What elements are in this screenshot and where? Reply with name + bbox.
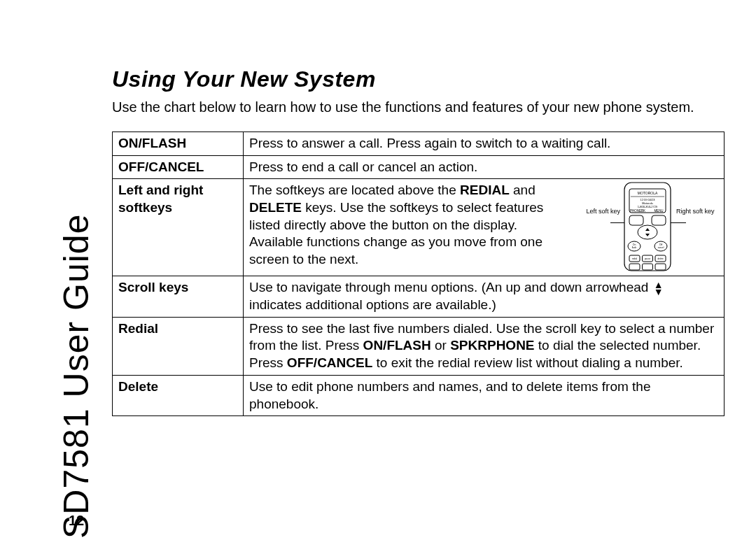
text-bold: OFF/CANCEL xyxy=(287,355,372,370)
section-heading: Using Your New System xyxy=(112,66,724,92)
text: and xyxy=(510,183,536,197)
text: Use to navigate through menu options. (A… xyxy=(249,280,652,294)
row-desc: Use to navigate through menu options. (A… xyxy=(244,276,724,317)
svg-rect-26 xyxy=(629,264,640,270)
svg-text:pause: pause xyxy=(645,257,651,260)
svg-text:flash: flash xyxy=(632,246,637,249)
table-row: OFF/CANCEL Press to end a call or cancel… xyxy=(113,155,724,179)
text: indicates additional options are availab… xyxy=(249,297,496,312)
text-bold: DELETE xyxy=(249,200,302,215)
page-number: 12 xyxy=(69,513,84,529)
text: or xyxy=(431,338,450,353)
svg-point-11 xyxy=(638,225,657,239)
text-bold: REDIAL xyxy=(460,183,510,197)
row-desc: Press to see the last five numbers diale… xyxy=(244,317,724,375)
svg-text:1-800-353-2729: 1-800-353-2729 xyxy=(638,205,658,208)
table-row: Left and right softkeys The softkeys are… xyxy=(113,179,724,276)
svg-rect-9 xyxy=(629,215,643,225)
diagram-label-right: Right soft key xyxy=(676,208,717,215)
svg-text:MENU: MENU xyxy=(654,209,663,213)
row-label: Scroll keys xyxy=(113,276,244,317)
table-row: ON/FLASH Press to answer a call. Press a… xyxy=(113,132,724,156)
svg-text:delete: delete xyxy=(657,257,664,260)
svg-rect-10 xyxy=(652,215,666,225)
table-row: Delete Use to edit phone numbers and nam… xyxy=(113,375,724,415)
phone-icon: MOTOROLA 12:59 04/23 Motorola 1-800-353-… xyxy=(624,182,671,271)
side-title: SD7581 User Guide xyxy=(56,214,97,539)
row-label: ON/FLASH xyxy=(113,132,244,156)
row-label: OFF/CANCEL xyxy=(113,155,244,179)
text: to exit the redial review list without d… xyxy=(372,355,683,370)
svg-text:cancel: cancel xyxy=(658,246,664,249)
page-content: Using Your New System Use the chart belo… xyxy=(112,66,724,416)
row-desc: Use to edit phone numbers and names, and… xyxy=(244,375,724,415)
function-table: ON/FLASH Press to answer a call. Press a… xyxy=(112,132,724,416)
svg-rect-27 xyxy=(643,264,653,270)
svg-text:PHONEBK: PHONEBK xyxy=(630,209,645,213)
table-row: Redial Press to see the last five number… xyxy=(113,317,724,375)
diagram-label-left: Left soft key xyxy=(580,208,620,215)
text-bold: SPKRPHONE xyxy=(450,338,534,353)
intro-text: Use the chart below to learn how to use … xyxy=(112,98,724,116)
text: The softkeys are located above the xyxy=(249,183,460,197)
phone-diagram: Left soft key Right soft key MOTOROLA 12… xyxy=(578,182,718,273)
row-label: Left and right softkeys xyxy=(113,179,244,276)
table-row: Scroll keys Use to navigate through menu… xyxy=(113,276,724,317)
row-desc: The softkeys are located above the REDIA… xyxy=(244,179,724,276)
row-desc: Press to end a call or cancel an action. xyxy=(244,155,724,179)
arrowhead-icon: ▲▼ xyxy=(654,281,664,295)
row-desc: Press to answer a call. Press again to s… xyxy=(244,132,724,156)
row-label: Redial xyxy=(113,317,244,375)
row-label: Delete xyxy=(113,375,244,415)
svg-text:redial: redial xyxy=(632,257,638,260)
text-bold: ON/FLASH xyxy=(363,338,431,353)
svg-rect-28 xyxy=(655,264,666,270)
svg-text:MOTOROLA: MOTOROLA xyxy=(638,191,658,195)
